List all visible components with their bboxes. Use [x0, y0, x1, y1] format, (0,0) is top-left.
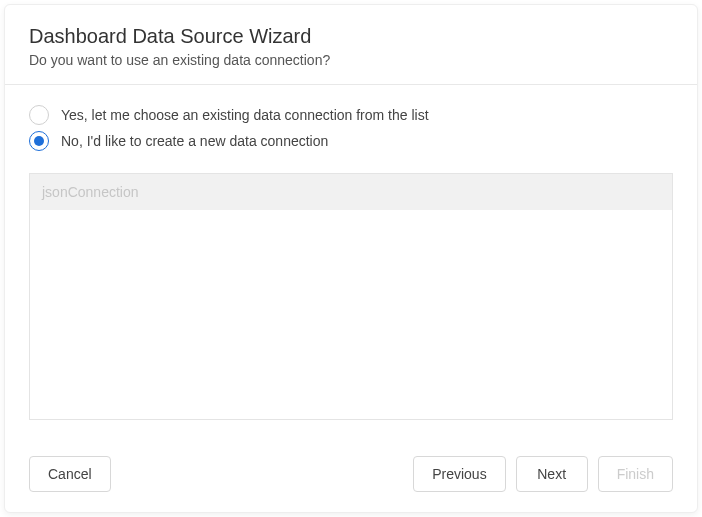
list-item[interactable]: jsonConnection	[30, 174, 672, 210]
footer-right-group: Previous Next Finish	[413, 456, 673, 492]
finish-button: Finish	[598, 456, 673, 492]
connection-list[interactable]: jsonConnection	[29, 173, 673, 420]
radio-label-existing: Yes, let me choose an existing data conn…	[61, 107, 429, 123]
wizard-dialog: Dashboard Data Source Wizard Do you want…	[4, 4, 698, 513]
wizard-title: Dashboard Data Source Wizard	[29, 25, 673, 48]
radio-option-existing[interactable]: Yes, let me choose an existing data conn…	[29, 105, 673, 125]
wizard-subtitle: Do you want to use an existing data conn…	[29, 52, 673, 68]
wizard-header: Dashboard Data Source Wizard Do you want…	[5, 5, 697, 85]
radio-label-new: No, I'd like to create a new data connec…	[61, 133, 328, 149]
next-button[interactable]: Next	[516, 456, 588, 492]
radio-icon	[29, 105, 49, 125]
previous-button[interactable]: Previous	[413, 456, 505, 492]
connection-choice-group: Yes, let me choose an existing data conn…	[29, 105, 673, 157]
radio-option-new[interactable]: No, I'd like to create a new data connec…	[29, 131, 673, 151]
wizard-footer: Cancel Previous Next Finish	[5, 440, 697, 512]
cancel-button[interactable]: Cancel	[29, 456, 111, 492]
wizard-body: Yes, let me choose an existing data conn…	[5, 85, 697, 440]
radio-icon	[29, 131, 49, 151]
